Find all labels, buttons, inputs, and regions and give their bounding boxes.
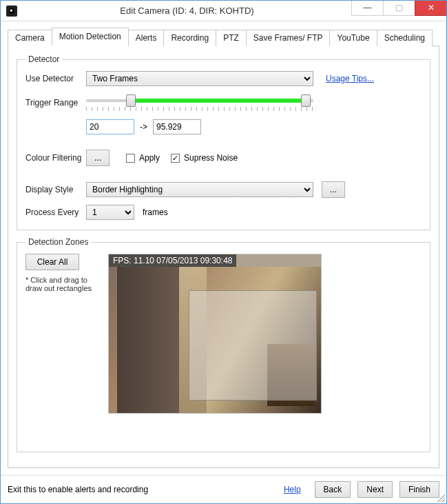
finish-button[interactable]: Finish: [399, 481, 439, 498]
maximize-button[interactable]: ▢: [383, 1, 415, 16]
detector-legend: Detector: [25, 54, 62, 64]
slider-thumb-max[interactable]: [301, 94, 311, 107]
tab-strip: Camera Motion Detection Alerts Recording…: [8, 27, 439, 46]
tab-motion-detection[interactable]: Motion Detection: [52, 28, 129, 46]
tab-alerts[interactable]: Alerts: [128, 30, 165, 46]
minimize-button[interactable]: —: [351, 1, 383, 16]
detection-zones-legend: Detection Zones: [25, 237, 91, 247]
tab-camera[interactable]: Camera: [8, 30, 52, 46]
back-button[interactable]: Back: [315, 481, 351, 498]
trigger-range-label: Trigger Range: [25, 98, 86, 108]
tab-ptz[interactable]: PTZ: [216, 30, 247, 46]
use-detector-select[interactable]: Two Frames: [86, 71, 313, 86]
apply-checkbox-box[interactable]: [126, 154, 135, 163]
colour-filtering-label: Colour Filtering: [25, 153, 86, 163]
tab-recording[interactable]: Recording: [163, 30, 216, 46]
detector-group: Detector Use Detector Two Frames Usage T…: [17, 54, 430, 230]
supress-noise-checkbox[interactable]: ✓ Supress Noise: [171, 153, 238, 163]
tab-scheduling[interactable]: Scheduling: [377, 30, 433, 46]
resize-grip-icon[interactable]: [435, 492, 445, 502]
next-button[interactable]: Next: [357, 481, 393, 498]
supress-noise-checkbox-label: Supress Noise: [184, 153, 238, 163]
zones-hint: * Click and drag to draw out rectangles: [25, 276, 101, 292]
display-style-label: Display Style: [25, 185, 86, 194]
trigger-range-slider[interactable]: [86, 93, 313, 112]
detection-zones-group: Detection Zones Clear All * Click and dr…: [17, 237, 430, 452]
close-button[interactable]: ✕: [415, 1, 446, 16]
detection-zone-rect[interactable]: [189, 290, 317, 401]
apply-checkbox[interactable]: Apply: [126, 153, 160, 163]
process-every-unit: frames: [143, 208, 168, 217]
slider-thumb-min[interactable]: [126, 94, 136, 107]
use-detector-label: Use Detector: [25, 74, 86, 83]
clear-all-button[interactable]: Clear All: [25, 254, 79, 270]
process-every-label: Process Every: [25, 208, 86, 217]
trigger-arrow: ->: [140, 122, 147, 132]
apply-checkbox-label: Apply: [139, 153, 160, 163]
app-icon: [6, 6, 17, 17]
trigger-max-input[interactable]: [153, 119, 201, 134]
camera-preview[interactable]: FPS: 11.10 07/05/2013 09:30:48: [108, 254, 322, 414]
display-style-select[interactable]: Border Highlighting: [86, 182, 313, 197]
fps-overlay: FPS: 11.10 07/05/2013 09:30:48: [109, 254, 236, 267]
colour-filtering-button[interactable]: ...: [86, 150, 110, 166]
supress-noise-checkbox-box[interactable]: ✓: [171, 154, 180, 163]
usage-tips-link[interactable]: Usage Tips...: [326, 74, 374, 83]
tab-youtube[interactable]: YouTube: [329, 30, 377, 46]
window-title: Edit Camera (ID: 4, DIR: KOHTD): [23, 6, 351, 16]
trigger-min-input[interactable]: [86, 119, 134, 134]
display-style-more-button[interactable]: ...: [322, 181, 345, 198]
process-every-select[interactable]: 1: [86, 205, 134, 220]
tab-save-frames-ftp[interactable]: Save Frames/ FTP: [246, 30, 331, 46]
footer-hint: Exit this to enable alerts and recording: [8, 485, 148, 494]
help-link[interactable]: Help: [284, 485, 301, 494]
